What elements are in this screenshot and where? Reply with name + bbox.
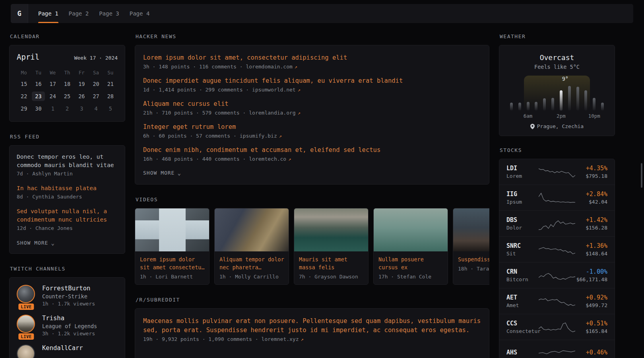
hn-domain-text: loremlandia.org <box>249 110 295 116</box>
video-thumbnail <box>294 208 368 251</box>
rss-item-title[interactable]: In hac habitasse platea <box>17 184 118 193</box>
hn-item-domain[interactable]: ipsumify.biz↗ <box>240 133 282 139</box>
video-card[interactable]: Suspendisse diam 18h · Tara <box>453 208 489 285</box>
video-title: Lorem ipsum dolor sit amet consectetu… <box>140 255 205 271</box>
scrollbar[interactable] <box>641 163 642 188</box>
hn-item-title[interactable]: Integer eget rutrum lorem <box>143 123 481 132</box>
weather-bar-slot <box>565 86 574 111</box>
rss-item-meta: 8d · Cynthia Saunders <box>17 194 118 200</box>
day-cell: 25 <box>60 90 74 102</box>
hn-item-domain[interactable]: loremtech.co↗ <box>249 156 291 162</box>
video-card[interactable]: Nullam posuere cursus ex 17h · Stefan Co… <box>373 208 448 285</box>
hn-domain-text: loremdomain.com <box>246 64 292 70</box>
weather-feels-like: Feels like 5°C <box>507 64 607 70</box>
stock-name: Sit <box>506 251 539 257</box>
videos-section: VIDEOS Lorem ipsum dolor sit amet consec… <box>135 197 489 285</box>
hn-item-meta: 3h · 148 points · 116 comments ·loremdom… <box>143 64 481 70</box>
subreddit-item-domain[interactable]: loremnet.xyz↗ <box>262 336 304 342</box>
day-cell: 1 <box>46 103 60 114</box>
rss-section-title: RSS FEED <box>10 134 125 140</box>
stock-sparkline <box>539 164 575 179</box>
stock-price: $156.28 <box>575 225 607 231</box>
stock-symbol: CCS <box>506 320 539 327</box>
weather-bar-slot <box>590 86 598 111</box>
hn-item-domain[interactable]: ipsumworld.net↗ <box>252 87 301 93</box>
live-badge: LIVE <box>18 304 34 310</box>
weather-bar <box>518 103 521 111</box>
video-list: Lorem ipsum dolor sit amet consectetu… 1… <box>135 208 489 285</box>
weather-bar <box>551 98 554 111</box>
rss-item-title[interactable]: Donec tempor eros leo, ut commodo mauris… <box>17 153 118 169</box>
weather-section: WEATHER Overcast Feels like 5°C 9° 6am2p… <box>499 33 615 136</box>
stock-price: $499.72 <box>575 302 607 308</box>
day-cell: 15 <box>17 78 31 90</box>
day-cell: 29 <box>17 103 31 114</box>
stock-price: $165.84 <box>575 328 607 334</box>
twitch-channel[interactable]: LIVE Trisha League of Legends 3h · 1.2k … <box>17 315 118 337</box>
video-card[interactable]: Mauris sit amet massa felis 7h · Grayson… <box>294 208 369 285</box>
show-more-button[interactable]: SHOW MORE⌄ <box>17 240 55 246</box>
hn-item-title[interactable]: Aliquam nec cursus elit <box>143 99 481 109</box>
weekday-label: We <box>46 68 60 77</box>
selected-day-label: 23 <box>32 91 45 101</box>
chevron-down-icon: ⌄ <box>177 171 181 175</box>
avatar <box>17 344 35 358</box>
stocks-section: STOCKS LDILorem +4.35%$795.18 IIGIpsum +… <box>499 147 615 358</box>
weather-bar <box>560 90 563 111</box>
rss-item-title[interactable]: Sed volutpat nulla nisl, a condimentum n… <box>17 207 118 224</box>
weather-time-label: 6am <box>524 113 533 119</box>
hn-item-domain[interactable]: loremdomain.com↗ <box>246 64 297 70</box>
rss-section: RSS FEED Donec tempor eros leo, ut commo… <box>9 134 125 254</box>
tab-page-4[interactable]: Page 4 <box>130 4 150 23</box>
hn-item-title[interactable]: Lorem ipsum dolor sit amet, consectetur … <box>143 53 481 62</box>
weather-condition: Overcast <box>507 53 607 62</box>
twitch-channel[interactable]: LIVE ForrestBurton Counter-Strike 1h · 1… <box>17 285 118 307</box>
subreddit-item-title[interactable]: Maecenas mollis pulvinar erat non posuer… <box>143 317 481 335</box>
stock-symbol: SNRC <box>506 242 539 249</box>
channel-meta: 3h · 1.2k viewers <box>42 331 97 337</box>
stock-symbol: DBS <box>506 216 539 224</box>
calendar-section: CALENDAR April Week 17 · 2024 Mo Tu We T… <box>9 33 125 122</box>
weather-bar-slot <box>557 86 565 111</box>
hn-item-title[interactable]: Donec imperdiet augue tincidunt felis al… <box>143 76 481 86</box>
show-more-button[interactable]: SHOW MORE⌄ <box>143 170 181 176</box>
external-link-icon: ↗ <box>298 87 301 93</box>
stocks-card: LDILorem +4.35%$795.18 IIGIpsum +2.84%$4… <box>499 159 615 358</box>
tab-page-2[interactable]: Page 2 <box>69 4 89 23</box>
avatar <box>17 315 35 333</box>
twitch-section-title: TWITCH CHANNELS <box>10 266 125 272</box>
channel-meta: 1h · 1.7k viewers <box>42 301 95 307</box>
weather-time-labels: 6am2pm10pm <box>507 113 607 119</box>
video-card[interactable]: Lorem ipsum dolor sit amet consectetu… 1… <box>135 208 209 285</box>
hn-meta-text: 21h · 710 points · 579 comments · <box>143 110 246 116</box>
weather-location: Prague, Czechia <box>537 123 584 129</box>
video-thumbnail <box>215 208 289 251</box>
stock-row: IIGIpsum +2.84%$42.04 <box>499 185 615 210</box>
subreddit-domain-text: loremnet.xyz <box>262 336 299 342</box>
stock-symbol: IIG <box>506 191 539 198</box>
stock-price: $42.04 <box>575 199 607 205</box>
rss-item: In hac habitasse platea 8d · Cynthia Sau… <box>17 184 118 200</box>
hn-item: Integer eget rutrum lorem 6h · 60 points… <box>143 123 481 139</box>
stock-change: +4.35% <box>575 165 607 172</box>
twitch-channel[interactable]: KendallCarr <box>17 344 118 358</box>
channel-name: KendallCarr <box>42 344 83 352</box>
subreddit-item-meta: 19h · 9,932 points · 1,090 comments ·lor… <box>143 336 481 342</box>
tab-page-3[interactable]: Page 3 <box>99 4 119 23</box>
hn-domain-text: ipsumworld.net <box>252 87 296 93</box>
stocks-section-title: STOCKS <box>500 147 615 153</box>
stock-change: +2.84% <box>575 191 607 198</box>
day-cell: 22 <box>17 90 31 102</box>
day-cell: 30 <box>31 103 45 114</box>
hn-item-domain[interactable]: loremlandia.org↗ <box>249 110 301 116</box>
day-cell: 18 <box>60 78 74 90</box>
video-card[interactable]: Aliquam tempor dolor nec pharetra… 1h · … <box>214 208 289 285</box>
weather-bar <box>584 90 587 111</box>
rss-item-meta: 12d · Chance Jones <box>17 225 118 231</box>
stock-symbol: AHS <box>506 349 539 356</box>
stock-name: Dolor <box>506 225 539 231</box>
tab-page-1[interactable]: Page 1 <box>38 4 58 23</box>
day-cell: 3 <box>74 103 89 114</box>
hn-item-title[interactable]: Donec enim nibh, condimentum et accumsan… <box>143 146 481 155</box>
external-link-icon: ↗ <box>295 64 297 70</box>
